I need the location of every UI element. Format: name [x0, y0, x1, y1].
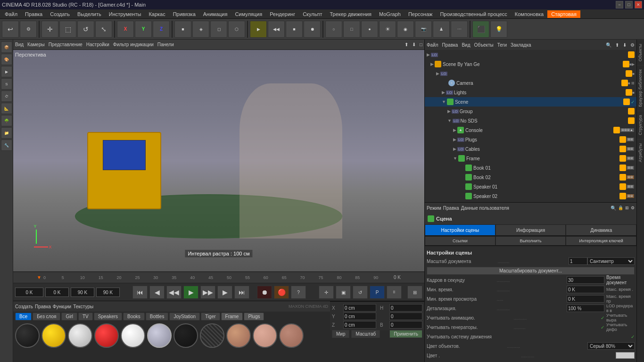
expand-lo-scene[interactable]: ▶: [436, 71, 439, 76]
expand-lo-root[interactable]: ▶: [427, 52, 430, 57]
menu-edit[interactable]: Правка: [21, 10, 46, 18]
start-frame-input[interactable]: [45, 288, 69, 297]
size-b-input[interactable]: [389, 321, 422, 329]
tb-polys[interactable]: ◻: [210, 21, 227, 38]
go-end-button[interactable]: ⏭: [234, 286, 249, 299]
detail-input[interactable]: [567, 304, 604, 312]
vt-view[interactable]: Вид: [15, 42, 24, 47]
obj-row-lo-scene[interactable]: ▶ LO ■: [425, 69, 636, 78]
bt-edit[interactable]: Правка: [35, 304, 51, 309]
scale-doc-button[interactable]: Масштабировать документ...: [427, 267, 635, 275]
size-h-input[interactable]: [389, 304, 422, 312]
menu-snap[interactable]: Привязка: [169, 10, 199, 18]
tb-record[interactable]: ⏺: [304, 21, 321, 38]
viewport[interactable]: Y X Перспектива Интервал растра : 100 см: [13, 50, 424, 272]
plugs-dot[interactable]: [619, 136, 626, 143]
tb-null[interactable]: ○: [325, 21, 342, 38]
tb-play[interactable]: ▶: [250, 21, 267, 38]
mat-skin-light[interactable]: [253, 323, 277, 348]
obj-row-frame[interactable]: ▼ Frame ⊠⊠: [425, 154, 636, 163]
obj-row-camera[interactable]: • Camera ■ ⊠: [425, 78, 636, 88]
sb-obj-manager[interactable]: 📦: [1, 41, 12, 53]
menu-simulate[interactable]: Симуляция: [231, 10, 266, 18]
obj-row-speaker02[interactable]: Speaker 02 ⊠⊠: [425, 191, 636, 201]
end-preview-input[interactable]: [71, 288, 94, 297]
maximize-button[interactable]: □: [625, 1, 633, 8]
auto-key-button[interactable]: 🔴: [274, 286, 289, 299]
menu-create[interactable]: Создать: [46, 10, 74, 18]
motion-track-btn2[interactable]: ▣: [336, 286, 351, 299]
size-y-input[interactable]: [389, 313, 422, 320]
props-mode-menu[interactable]: Режим: [427, 206, 441, 211]
obj-edit-menu[interactable]: Правка: [442, 42, 458, 48]
tb-scale[interactable]: ⤡: [95, 21, 112, 38]
fps-input[interactable]: [567, 276, 604, 284]
mat-skin-medium[interactable]: [279, 323, 304, 348]
obj-file-menu[interactable]: Файл: [427, 42, 438, 48]
obj-btn1[interactable]: ⬆: [615, 42, 619, 48]
expand-console[interactable]: ▶: [453, 128, 456, 132]
obj-view-menu[interactable]: Вид: [462, 42, 470, 48]
help-button[interactable]: ?: [291, 286, 306, 299]
book01-dot[interactable]: [619, 165, 626, 171]
apply-btn[interactable]: Применить: [389, 330, 422, 338]
obj-row-plugs[interactable]: ▶ LO Plugs ⊠⊠: [425, 135, 636, 144]
menu-startup[interactable]: Стартовая: [547, 10, 580, 18]
props-btn1[interactable]: 🔒: [618, 206, 623, 210]
motion-track-btn3[interactable]: ↺: [353, 286, 368, 299]
tb-cube[interactable]: □: [343, 21, 360, 38]
tb-stop[interactable]: ■: [286, 21, 303, 38]
tb-more[interactable]: ⋯: [451, 21, 468, 38]
bt-textures[interactable]: Текстуры: [73, 304, 93, 309]
menu-select[interactable]: Выделить: [74, 10, 105, 18]
sub-tab-execute[interactable]: Выполнить: [495, 236, 566, 246]
obj-bookmark-menu[interactable]: Закладка: [511, 42, 531, 48]
motion-track-btn1[interactable]: ✛: [319, 286, 334, 299]
obj-objects-menu[interactable]: Объекты: [474, 42, 493, 48]
sb-browser[interactable]: 📁: [1, 127, 12, 139]
lo-scene-dot[interactable]: [626, 70, 632, 77]
filter-books[interactable]: Books: [123, 313, 145, 321]
tab-dynamics[interactable]: Динамика: [566, 224, 636, 236]
nosds-dot[interactable]: [628, 117, 635, 124]
obj-row-lights[interactable]: ▶ LO Lights ■: [425, 88, 636, 97]
sub-tab-keyinterp[interactable]: Интерполяция ключей: [566, 236, 636, 246]
bt-create[interactable]: Создать: [15, 304, 33, 309]
filter-frame[interactable]: Frame: [221, 313, 243, 321]
end-frame-input[interactable]: [96, 288, 120, 297]
tb-camera[interactable]: 📷: [415, 21, 432, 38]
filter-joystation[interactable]: JoyStation: [169, 313, 200, 321]
expand-nosds[interactable]: ▼: [447, 118, 452, 123]
filter-tv[interactable]: TV: [78, 313, 93, 321]
tb-move[interactable]: ✛: [41, 21, 58, 38]
mat-checker1[interactable]: [200, 323, 224, 348]
filter-all[interactable]: Все: [15, 313, 32, 321]
obj-row-scene-obj[interactable]: ▼ Scene ✓: [425, 97, 636, 107]
filter-no-layer[interactable]: Без слоя: [33, 313, 60, 321]
close-button[interactable]: ✕: [635, 1, 642, 8]
props-userdata-menu[interactable]: Данные пользователя: [461, 206, 509, 211]
obj-row-book02[interactable]: Book 02 ⊠⊠: [425, 173, 636, 182]
tb-realtime[interactable]: ⬛: [472, 21, 489, 38]
vt-filter[interactable]: Фильтр индикации: [113, 42, 154, 47]
menu-render[interactable]: Рендеринг: [266, 10, 299, 18]
current-frame-input[interactable]: [15, 288, 43, 297]
mat-white[interactable]: [121, 323, 145, 348]
tb-obj-mode[interactable]: ⬡: [228, 21, 245, 38]
tab-info[interactable]: Информация: [495, 224, 566, 236]
min-preview-input[interactable]: [567, 295, 604, 303]
props-search-icon[interactable]: 🔍: [611, 206, 616, 211]
tb-render-settings[interactable]: ⚙: [20, 21, 37, 38]
book02-dot[interactable]: [619, 174, 626, 181]
doc-scale-unit[interactable]: Сантиметр: [587, 257, 635, 265]
pos-x-input[interactable]: [343, 304, 376, 312]
obj-color-select[interactable]: Серый 80%: [587, 342, 635, 350]
filter-plugs[interactable]: Plugs: [244, 313, 264, 321]
speaker01-dot[interactable]: [619, 183, 626, 190]
menu-compose[interactable]: Компоновка: [511, 10, 547, 18]
mat-red[interactable]: [94, 323, 119, 348]
right-tab-browser[interactable]: Браузер библиотек: [637, 65, 644, 111]
lights-dot[interactable]: [626, 89, 632, 96]
obj-row-console[interactable]: ▶ ▲ Console ⊠⊠⊠▲: [425, 125, 636, 135]
lo-root-dot[interactable]: [628, 51, 635, 58]
